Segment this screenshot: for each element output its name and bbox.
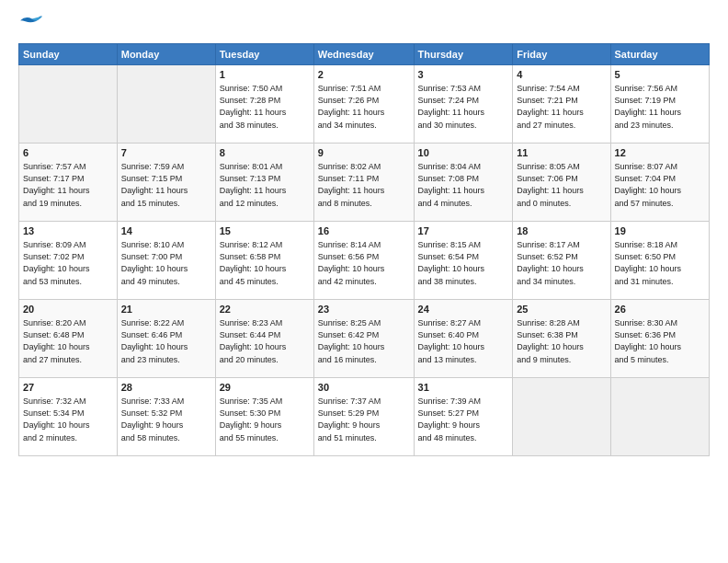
calendar-cell (19, 65, 118, 144)
day-info: Sunrise: 8:28 AM Sunset: 6:38 PM Dayligh… (517, 317, 606, 365)
day-info: Sunrise: 8:05 AM Sunset: 7:06 PM Dayligh… (517, 161, 606, 209)
day-info: Sunrise: 7:39 AM Sunset: 5:27 PM Dayligh… (418, 396, 509, 443)
day-info: Sunrise: 7:53 AM Sunset: 7:24 PM Dayligh… (418, 83, 509, 131)
calendar-cell: 30Sunrise: 7:37 AM Sunset: 5:29 PM Dayli… (313, 378, 414, 456)
calendar-cell: 4Sunrise: 7:54 AM Sunset: 7:21 PM Daylig… (513, 65, 610, 144)
day-number: 23 (318, 303, 410, 316)
calendar-cell: 5Sunrise: 7:56 AM Sunset: 7:19 PM Daylig… (610, 65, 709, 144)
day-info: Sunrise: 7:32 AM Sunset: 5:34 PM Dayligh… (23, 396, 113, 443)
day-number: 3 (418, 68, 509, 82)
day-info: Sunrise: 8:15 AM Sunset: 6:54 PM Dayligh… (418, 239, 509, 287)
day-info: Sunrise: 8:18 AM Sunset: 6:50 PM Dayligh… (615, 239, 705, 287)
day-number: 4 (517, 68, 606, 82)
calendar-row-2: 6Sunrise: 7:57 AM Sunset: 7:17 PM Daylig… (19, 144, 710, 222)
calendar-cell (117, 65, 215, 144)
day-number: 1 (220, 68, 310, 82)
day-number: 10 (418, 146, 509, 160)
day-info: Sunrise: 8:22 AM Sunset: 6:46 PM Dayligh… (121, 317, 211, 365)
calendar-cell: 23Sunrise: 8:25 AM Sunset: 6:42 PM Dayli… (313, 300, 414, 378)
day-info: Sunrise: 8:01 AM Sunset: 7:13 PM Dayligh… (220, 161, 310, 209)
day-number: 28 (121, 381, 211, 395)
day-number: 5 (615, 68, 705, 82)
calendar-cell (513, 378, 610, 456)
day-number: 25 (517, 303, 606, 316)
calendar-cell: 29Sunrise: 7:35 AM Sunset: 5:30 PM Dayli… (215, 378, 313, 456)
weekday-tuesday: Tuesday (215, 44, 313, 65)
day-info: Sunrise: 8:25 AM Sunset: 6:42 PM Dayligh… (318, 317, 410, 365)
day-info: Sunrise: 7:59 AM Sunset: 7:15 PM Dayligh… (121, 161, 211, 209)
header (18, 14, 710, 34)
calendar-cell: 17Sunrise: 8:15 AM Sunset: 6:54 PM Dayli… (414, 222, 513, 300)
logo (18, 14, 48, 34)
calendar-cell: 12Sunrise: 8:07 AM Sunset: 7:04 PM Dayli… (610, 144, 709, 222)
calendar-cell: 10Sunrise: 8:04 AM Sunset: 7:08 PM Dayli… (414, 144, 513, 222)
day-info: Sunrise: 7:50 AM Sunset: 7:28 PM Dayligh… (220, 83, 310, 131)
weekday-sunday: Sunday (19, 44, 118, 65)
calendar-cell: 14Sunrise: 8:10 AM Sunset: 7:00 PM Dayli… (117, 222, 215, 300)
calendar-cell: 15Sunrise: 8:12 AM Sunset: 6:58 PM Dayli… (215, 222, 313, 300)
day-number: 26 (615, 303, 705, 316)
calendar-cell: 20Sunrise: 8:20 AM Sunset: 6:48 PM Dayli… (19, 300, 118, 378)
weekday-friday: Friday (513, 44, 610, 65)
day-info: Sunrise: 7:56 AM Sunset: 7:19 PM Dayligh… (615, 83, 705, 131)
day-info: Sunrise: 8:10 AM Sunset: 7:00 PM Dayligh… (121, 239, 211, 287)
day-number: 2 (318, 68, 410, 82)
day-info: Sunrise: 8:02 AM Sunset: 7:11 PM Dayligh… (318, 161, 410, 209)
day-info: Sunrise: 8:27 AM Sunset: 6:40 PM Dayligh… (418, 317, 509, 365)
day-info: Sunrise: 8:07 AM Sunset: 7:04 PM Dayligh… (615, 161, 705, 209)
calendar-cell: 26Sunrise: 8:30 AM Sunset: 6:36 PM Dayli… (610, 300, 709, 378)
day-info: Sunrise: 8:09 AM Sunset: 7:02 PM Dayligh… (23, 239, 113, 287)
day-number: 21 (121, 303, 211, 316)
day-info: Sunrise: 8:04 AM Sunset: 7:08 PM Dayligh… (418, 161, 509, 209)
calendar-cell: 6Sunrise: 7:57 AM Sunset: 7:17 PM Daylig… (19, 144, 118, 222)
day-number: 7 (121, 146, 211, 160)
day-number: 13 (23, 224, 113, 238)
day-number: 8 (220, 146, 310, 160)
day-number: 15 (220, 224, 310, 238)
day-info: Sunrise: 7:51 AM Sunset: 7:26 PM Dayligh… (318, 83, 410, 131)
calendar-row-3: 13Sunrise: 8:09 AM Sunset: 7:02 PM Dayli… (19, 222, 710, 300)
calendar-cell: 21Sunrise: 8:22 AM Sunset: 6:46 PM Dayli… (117, 300, 215, 378)
calendar-cell: 16Sunrise: 8:14 AM Sunset: 6:56 PM Dayli… (313, 222, 414, 300)
calendar-cell: 28Sunrise: 7:33 AM Sunset: 5:32 PM Dayli… (117, 378, 215, 456)
calendar-cell: 8Sunrise: 8:01 AM Sunset: 7:13 PM Daylig… (215, 144, 313, 222)
day-number: 20 (23, 303, 113, 316)
calendar-cell: 11Sunrise: 8:05 AM Sunset: 7:06 PM Dayli… (513, 144, 610, 222)
day-info: Sunrise: 7:35 AM Sunset: 5:30 PM Dayligh… (220, 396, 310, 443)
calendar-cell: 13Sunrise: 8:09 AM Sunset: 7:02 PM Dayli… (19, 222, 118, 300)
calendar-row-5: 27Sunrise: 7:32 AM Sunset: 5:34 PM Dayli… (19, 378, 710, 456)
weekday-saturday: Saturday (610, 44, 709, 65)
calendar-cell: 25Sunrise: 8:28 AM Sunset: 6:38 PM Dayli… (513, 300, 610, 378)
calendar-cell: 24Sunrise: 8:27 AM Sunset: 6:40 PM Dayli… (414, 300, 513, 378)
day-info: Sunrise: 7:37 AM Sunset: 5:29 PM Dayligh… (318, 396, 410, 443)
day-number: 6 (23, 146, 113, 160)
calendar-cell: 3Sunrise: 7:53 AM Sunset: 7:24 PM Daylig… (414, 65, 513, 144)
calendar-row-1: 1Sunrise: 7:50 AM Sunset: 7:28 PM Daylig… (19, 65, 710, 144)
calendar-cell: 27Sunrise: 7:32 AM Sunset: 5:34 PM Dayli… (19, 378, 118, 456)
calendar-cell: 2Sunrise: 7:51 AM Sunset: 7:26 PM Daylig… (313, 65, 414, 144)
weekday-header-row: SundayMondayTuesdayWednesdayThursdayFrid… (19, 44, 710, 65)
day-number: 18 (517, 224, 606, 238)
weekday-wednesday: Wednesday (313, 44, 414, 65)
weekday-monday: Monday (117, 44, 215, 65)
logo-bird-icon (18, 14, 44, 34)
day-number: 16 (318, 224, 410, 238)
day-number: 14 (121, 224, 211, 238)
day-number: 30 (318, 381, 410, 395)
page: SundayMondayTuesdayWednesdayThursdayFrid… (0, 0, 728, 563)
calendar-row-4: 20Sunrise: 8:20 AM Sunset: 6:48 PM Dayli… (19, 300, 710, 378)
day-number: 27 (23, 381, 113, 395)
calendar-cell (610, 378, 709, 456)
day-number: 31 (418, 381, 509, 395)
day-info: Sunrise: 8:20 AM Sunset: 6:48 PM Dayligh… (23, 317, 113, 365)
day-info: Sunrise: 8:23 AM Sunset: 6:44 PM Dayligh… (220, 317, 310, 365)
day-number: 19 (615, 224, 705, 238)
day-info: Sunrise: 7:54 AM Sunset: 7:21 PM Dayligh… (517, 83, 606, 131)
calendar-cell: 31Sunrise: 7:39 AM Sunset: 5:27 PM Dayli… (414, 378, 513, 456)
calendar-cell: 7Sunrise: 7:59 AM Sunset: 7:15 PM Daylig… (117, 144, 215, 222)
calendar-cell: 1Sunrise: 7:50 AM Sunset: 7:28 PM Daylig… (215, 65, 313, 144)
day-number: 12 (615, 146, 705, 160)
day-info: Sunrise: 7:57 AM Sunset: 7:17 PM Dayligh… (23, 161, 113, 209)
day-info: Sunrise: 8:14 AM Sunset: 6:56 PM Dayligh… (318, 239, 410, 287)
calendar-cell: 22Sunrise: 8:23 AM Sunset: 6:44 PM Dayli… (215, 300, 313, 378)
